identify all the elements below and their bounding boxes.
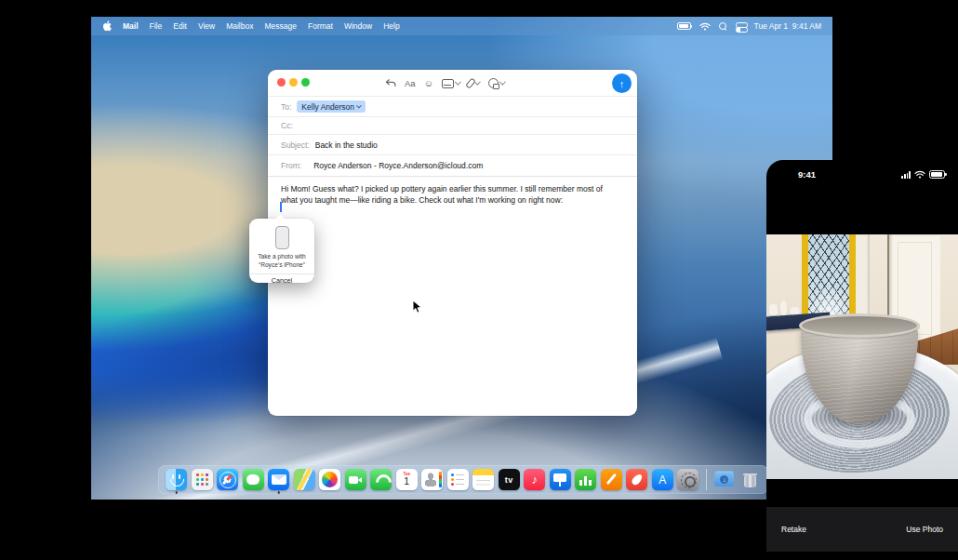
menu-item[interactable]: View xyxy=(198,21,215,31)
mail-compose-window: Aa ☺ To: Kelly Anderson Cc: Subject: Bac… xyxy=(268,70,637,416)
dock-icon-downloads[interactable] xyxy=(713,469,735,490)
dock-icon-mail[interactable] xyxy=(268,469,289,490)
from-value: Royce Anderson - Royce.Anderson@icloud.c… xyxy=(313,161,483,170)
iphone-icon xyxy=(275,226,289,249)
text-caret xyxy=(280,202,282,212)
dock-icon-system-settings[interactable] xyxy=(677,469,699,490)
battery-icon[interactable] xyxy=(677,22,691,30)
cc-field[interactable]: Cc: xyxy=(268,117,637,135)
dock-icon-pages[interactable] xyxy=(601,469,622,490)
to-label: To: xyxy=(281,102,291,112)
dock-divider xyxy=(706,469,707,490)
dock-icon-music[interactable] xyxy=(524,469,545,490)
from-label: From: xyxy=(281,161,301,170)
menu-item[interactable]: Edit xyxy=(173,21,187,31)
chevron-down-icon xyxy=(356,102,361,107)
menu-item[interactable]: Message xyxy=(264,21,297,31)
iphone-status-bar: 9:41 xyxy=(766,160,958,188)
close-button[interactable] xyxy=(277,78,286,87)
menu-bar-clock[interactable]: Tue Apr 1 9:41 AM xyxy=(754,21,821,31)
control-center-icon[interactable] xyxy=(736,22,746,31)
continuity-camera-icon xyxy=(488,78,499,88)
use-photo-button[interactable]: Use Photo xyxy=(906,525,943,534)
dock-icon-notes[interactable] xyxy=(472,469,494,490)
from-field[interactable]: From: Royce Anderson - Royce.Anderson@ic… xyxy=(268,155,637,177)
photo-bowl-rim xyxy=(799,313,920,338)
dock-icon-keynote[interactable] xyxy=(550,469,571,490)
running-indicator xyxy=(176,491,179,494)
menu-item[interactable]: Help xyxy=(383,21,399,31)
dock-icon-finder[interactable] xyxy=(166,469,187,490)
camera-action-bar: Retake Use Photo xyxy=(766,507,958,552)
photo-browser-icon xyxy=(442,79,454,88)
chevron-down-icon xyxy=(499,79,505,85)
dock-icon-maps[interactable] xyxy=(294,469,315,490)
emoji-button[interactable]: ☺ xyxy=(424,79,433,88)
dock-icon-launchpad[interactable] xyxy=(192,469,213,490)
menu-item[interactable]: File xyxy=(150,21,163,31)
dock-icon-reminders[interactable] xyxy=(447,469,469,490)
iphone-clock: 9:41 xyxy=(798,169,816,180)
mac-desktop: MailFileEditViewMailboxMessageFormatWind… xyxy=(91,17,832,500)
zoom-button[interactable] xyxy=(301,78,310,87)
mouse-cursor xyxy=(412,300,422,318)
subject-field[interactable]: Subject: Back in the studio xyxy=(268,135,637,155)
calendar-day: 1 xyxy=(396,475,418,487)
popup-title: Take a photo with “Royce's iPhone” xyxy=(249,253,314,269)
format-button[interactable]: Aa xyxy=(405,78,416,88)
iphone-continuity-screen: 9:41 Retake Use Photo xyxy=(766,160,958,560)
menu-item[interactable]: Mailbox xyxy=(226,21,253,31)
search-icon[interactable] xyxy=(719,22,727,31)
chevron-down-icon xyxy=(474,79,480,85)
app-store-logo: A xyxy=(652,469,673,490)
menu-item[interactable]: Format xyxy=(308,21,333,31)
menu-item[interactable]: Window xyxy=(344,21,372,31)
cancel-button[interactable]: Cancel xyxy=(249,274,314,287)
screenshot-root: MailFileEditViewMailboxMessageFormatWind… xyxy=(0,0,958,560)
menu-bar: MailFileEditViewMailboxMessageFormatWind… xyxy=(91,17,832,35)
menu-item[interactable]: Mail xyxy=(123,21,139,31)
dock-icon-numbers[interactable] xyxy=(575,469,596,490)
paperclip-icon xyxy=(466,77,477,88)
attach-button[interactable] xyxy=(468,78,480,88)
photo-shelf-pottery xyxy=(766,294,805,315)
battery-icon xyxy=(929,170,945,179)
subject-value: Back in the studio xyxy=(315,140,378,150)
dock-icon-app-store[interactable]: A xyxy=(652,469,673,490)
running-indicator xyxy=(278,491,281,494)
dock-icon-trash[interactable] xyxy=(739,469,761,490)
dock-icon-facetime[interactable] xyxy=(345,469,366,490)
chevron-down-icon xyxy=(455,79,460,85)
minimize-button[interactable] xyxy=(289,78,298,87)
dock-icon-tv[interactable]: tv xyxy=(499,469,520,490)
dock-icon-contacts[interactable] xyxy=(421,469,443,490)
compose-titlebar[interactable]: Aa ☺ xyxy=(268,70,637,97)
dock-icon-rocket[interactable] xyxy=(626,469,647,490)
wifi-icon[interactable] xyxy=(699,22,711,31)
insert-from-iphone-button[interactable] xyxy=(488,78,505,88)
cellular-signal-icon xyxy=(901,171,911,179)
apple-menu-icon[interactable] xyxy=(102,20,112,32)
to-field[interactable]: To: Kelly Anderson xyxy=(268,97,637,117)
photo-browser-button[interactable] xyxy=(442,79,460,88)
retake-button[interactable]: Retake xyxy=(781,525,806,534)
cc-label: Cc: xyxy=(281,121,293,130)
dock-icon-messages[interactable] xyxy=(243,469,264,490)
wifi-icon xyxy=(914,170,925,179)
dock-icon-photos[interactable] xyxy=(319,469,340,490)
recipient-token[interactable]: Kelly Anderson xyxy=(297,100,366,113)
dock: Tue 1 tv A xyxy=(158,465,768,494)
tv-logo: tv xyxy=(499,469,520,490)
send-button[interactable] xyxy=(612,73,632,93)
undo-button[interactable] xyxy=(385,78,396,88)
message-body[interactable]: Hi Mom! Guess what? I picked up pottery … xyxy=(268,177,631,207)
dock-icon-phone[interactable] xyxy=(370,469,392,490)
continuity-camera-popup: Take a photo with “Royce's iPhone” Cance… xyxy=(249,219,314,283)
subject-label: Subject: xyxy=(281,140,310,150)
dock-icon-calendar[interactable]: Tue 1 xyxy=(396,469,418,490)
dock-icon-safari[interactable] xyxy=(217,469,238,490)
pottery-photo-preview xyxy=(766,234,958,479)
menu-items: MailFileEditViewMailboxMessageFormatWind… xyxy=(123,21,400,31)
